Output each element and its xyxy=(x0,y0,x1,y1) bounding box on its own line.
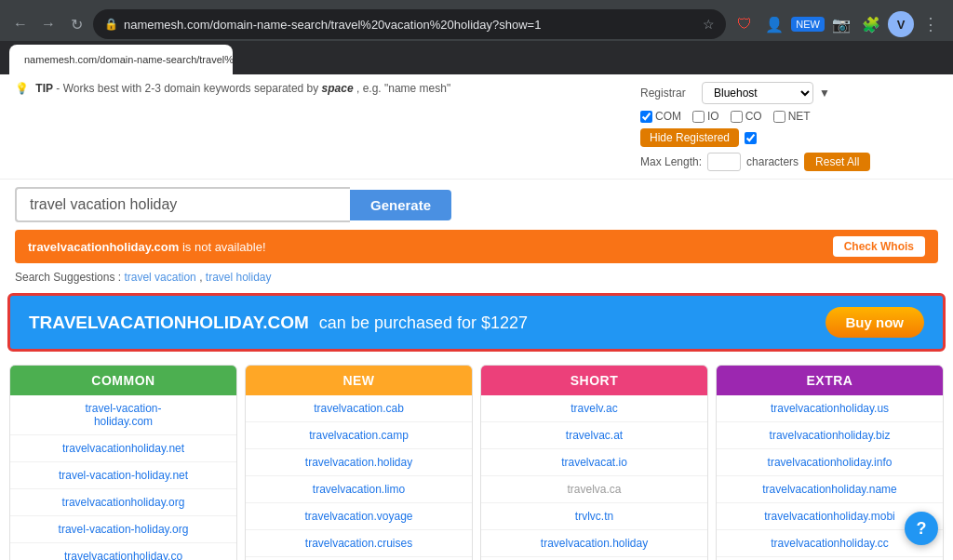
list-item[interactable]: travelvacationholiday.net xyxy=(10,435,236,462)
list-item[interactable]: travel-vacation-holiday.org xyxy=(10,516,236,543)
purchase-banner: TRAVELVACATIONHOLIDAY.COM can be purchas… xyxy=(7,293,946,352)
list-item[interactable]: travelvacation.holiday xyxy=(246,449,472,476)
registrar-row: Registrar Bluehost GoDaddy Namecheap ▼ xyxy=(640,82,938,104)
list-item[interactable]: travelvacation.cruises xyxy=(246,530,472,557)
tld-checkboxes: COM IO CO NET xyxy=(640,110,938,123)
tip-section: 💡 TIP - Works best with 2-3 domain keywo… xyxy=(15,82,536,95)
tip-prefix: TIP xyxy=(35,82,53,95)
avatar[interactable]: V xyxy=(888,11,914,37)
address-text: namemesh.com/domain-name-search/travel%2… xyxy=(124,18,697,32)
browser-chrome: ← → ↻ 🔒 namemesh.com/domain-name-search/… xyxy=(0,0,953,41)
tld-net-label: NET xyxy=(788,110,811,123)
suggestions-label: Search Suggestions : xyxy=(15,271,124,284)
list-item-unavailable: travelva.ca xyxy=(481,476,707,503)
list-item[interactable]: travelvacationholiday.biz xyxy=(717,422,943,449)
list-item[interactable]: travelvacationholiday.us xyxy=(717,395,943,422)
short-header: SHORT xyxy=(481,366,707,395)
hide-registered-checkbox[interactable] xyxy=(745,132,757,144)
registrar-select[interactable]: Bluehost GoDaddy Namecheap xyxy=(702,82,813,104)
active-tab[interactable]: namemesh.com/domain-name-search/travel%2… xyxy=(9,45,233,74)
tip-text: - Works best with 2-3 domain keywords se… xyxy=(56,82,321,95)
tip-suffix: , e.g. "name mesh" xyxy=(356,82,450,95)
reset-all-button[interactable]: Reset All xyxy=(804,153,870,171)
list-item[interactable]: travelvacationholiday.info xyxy=(717,449,943,476)
tld-co[interactable]: CO xyxy=(731,110,762,123)
dropdown-icon: ▼ xyxy=(819,87,830,100)
tld-io-checkbox[interactable] xyxy=(692,111,705,123)
tip-keyword: space xyxy=(322,82,354,95)
list-item[interactable]: travelvacationholiday.org xyxy=(10,489,236,516)
characters-label: characters xyxy=(746,155,799,168)
tip-bar: 💡 TIP - Works best with 2-3 domain keywo… xyxy=(0,74,953,180)
list-item[interactable]: travelvac.at xyxy=(481,422,707,449)
list-item[interactable]: travelvacationholiday.name xyxy=(717,476,943,503)
page-content: 💡 TIP - Works best with 2-3 domain keywo… xyxy=(0,74,953,560)
new-badge-button[interactable]: NEW xyxy=(791,17,825,32)
max-length-input[interactable] xyxy=(707,153,741,171)
generate-button[interactable]: Generate xyxy=(350,190,451,220)
refresh-button[interactable]: ↻ xyxy=(65,13,87,35)
availability-bar: travelvacationholiday.com is not availab… xyxy=(15,230,938,263)
tld-com[interactable]: COM xyxy=(640,110,681,123)
instagram-button[interactable]: 📷 xyxy=(828,11,854,37)
tld-io-label: IO xyxy=(707,110,719,123)
tld-io[interactable]: IO xyxy=(692,110,719,123)
new-column: NEW travelvacation.cab travelvacation.ca… xyxy=(245,365,473,560)
check-whois-button[interactable]: Check Whois xyxy=(833,236,925,257)
suggestions-separator: , xyxy=(199,271,206,284)
account-button[interactable]: 👤 xyxy=(761,11,787,37)
lock-icon: 🔒 xyxy=(104,18,118,31)
list-item[interactable]: travel-vacation-holiday.com xyxy=(10,395,236,435)
purchase-text: can be purchased for $1227 xyxy=(319,313,528,332)
purchase-info: TRAVELVACATIONHOLIDAY.COM can be purchas… xyxy=(29,313,528,333)
tld-com-label: COM xyxy=(655,110,681,123)
tab-bar: namemesh.com/domain-name-search/travel%2… xyxy=(0,41,953,74)
purchase-domain: TRAVELVACATIONHOLIDAY.COM xyxy=(29,313,309,332)
extra-header: EXTRA xyxy=(717,366,943,395)
browser-actions: 🛡 👤 NEW 📷 🧩 V ⋮ xyxy=(732,11,944,37)
search-suggestions: Search Suggestions : travel vacation , t… xyxy=(0,267,953,289)
suggestion-link-2[interactable]: travel holiday xyxy=(206,271,272,284)
help-button[interactable]: ? xyxy=(905,512,938,545)
list-item[interactable]: trvlvc.tn xyxy=(481,503,707,530)
max-length-row: Max Length: characters Reset All xyxy=(640,153,938,171)
common-header: COMMON xyxy=(10,366,236,395)
hide-registered-row: Hide Registered xyxy=(640,128,938,147)
search-input[interactable] xyxy=(15,187,350,222)
list-item[interactable]: travelvacation.camp xyxy=(246,422,472,449)
columns-area: COMMON travel-vacation-holiday.com trave… xyxy=(0,355,953,560)
new-header: NEW xyxy=(246,366,472,395)
tld-net-checkbox[interactable] xyxy=(773,111,785,123)
list-item[interactable]: travelvacat.io xyxy=(481,449,707,476)
address-bar[interactable]: 🔒 namemesh.com/domain-name-search/travel… xyxy=(93,9,726,39)
extensions2-button[interactable]: 🧩 xyxy=(858,11,884,37)
tld-com-checkbox[interactable] xyxy=(640,111,652,123)
registrar-label: Registrar xyxy=(640,87,696,100)
list-item[interactable]: travel-vacation-holiday.net xyxy=(10,462,236,489)
list-item[interactable]: travelvacationholiday.co xyxy=(10,543,236,560)
menu-button[interactable]: ⋮ xyxy=(918,11,944,37)
forward-button[interactable]: → xyxy=(37,13,60,35)
availability-text: is not available! xyxy=(182,240,266,254)
buy-now-button[interactable]: Buy now xyxy=(825,307,925,338)
list-item[interactable]: travelvacation.holiday xyxy=(481,530,707,557)
new-body: travelvacation.cab travelvacation.camp t… xyxy=(246,395,472,560)
availability-domain: travelvacationholiday.com xyxy=(28,240,179,254)
tld-co-checkbox[interactable] xyxy=(731,111,743,123)
extensions-button[interactable]: 🛡 xyxy=(732,11,758,37)
star-icon[interactable]: ☆ xyxy=(703,17,715,32)
hide-registered-button[interactable]: Hide Registered xyxy=(640,128,739,147)
max-length-label: Max Length: xyxy=(640,155,702,168)
tip-icon: 💡 xyxy=(15,82,29,95)
short-column: SHORT travelv.ac travelvac.at travelvaca… xyxy=(480,365,708,560)
list-item[interactable]: travelvacation.voyage xyxy=(246,503,472,530)
tld-co-label: CO xyxy=(745,110,762,123)
list-item[interactable]: travelv.ac xyxy=(481,395,707,422)
back-button[interactable]: ← xyxy=(9,13,32,35)
list-item[interactable]: travelvacation.cab xyxy=(246,395,472,422)
tld-net[interactable]: NET xyxy=(773,110,811,123)
search-area: Generate xyxy=(0,180,953,226)
availability-info: travelvacationholiday.com is not availab… xyxy=(28,240,266,254)
suggestion-link-1[interactable]: travel vacation xyxy=(124,271,195,284)
list-item[interactable]: travelvacation.limo xyxy=(246,476,472,503)
